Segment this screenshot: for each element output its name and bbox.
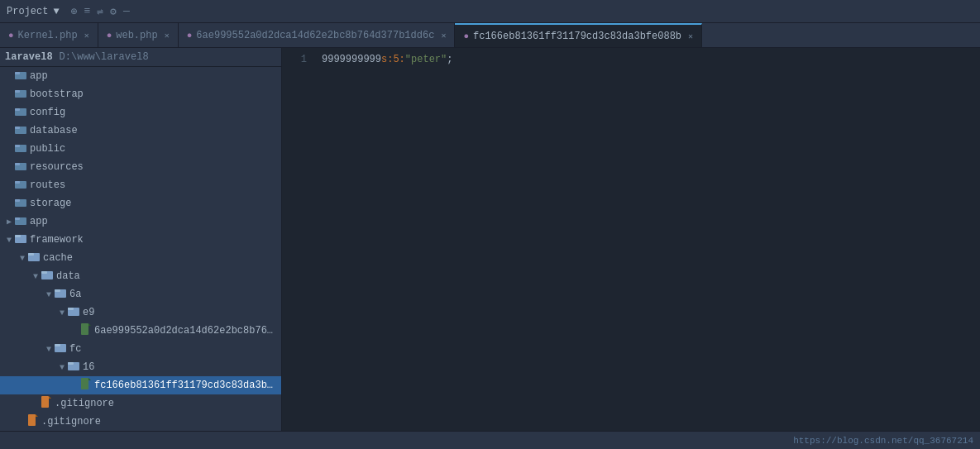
tree-item-cache[interactable]: ▼cache bbox=[0, 249, 281, 267]
tree-label-git1: .gitignore bbox=[55, 398, 114, 409]
editor: 1 9999999999s:5:"peter"; bbox=[282, 48, 980, 431]
tree-item-e9[interactable]: ▼e9 bbox=[0, 303, 281, 322]
tab-kernel-close[interactable]: ✕ bbox=[84, 31, 89, 41]
folder-icon-e9 bbox=[68, 305, 79, 320]
settings-icon[interactable]: ⚙ bbox=[110, 5, 117, 18]
folder-icon-storage bbox=[15, 196, 26, 211]
folder-icon-resources bbox=[15, 160, 26, 174]
tab-web-close[interactable]: ✕ bbox=[165, 31, 170, 41]
list-icon[interactable]: ≡ bbox=[84, 5, 90, 17]
tree-label-fcfile1: fc166eb81361ff31179cd3c83da3bfe088 bbox=[94, 380, 278, 391]
tab-web-icon: ● bbox=[107, 31, 112, 41]
status-text: https://blog.csdn.net/qq_36767214 bbox=[793, 436, 973, 446]
svg-rect-27 bbox=[68, 308, 74, 310]
tree-label-app1: app bbox=[30, 70, 48, 82]
tree-item-framework[interactable]: ▼framework bbox=[0, 231, 281, 249]
sidebar-root-label: laravel8 bbox=[5, 51, 53, 63]
svg-rect-25 bbox=[55, 289, 60, 292]
svg-rect-17 bbox=[15, 217, 20, 220]
tree-item-fc[interactable]: ▼fc bbox=[0, 340, 281, 358]
tab-cache-file[interactable]: ● 6ae999552a0d2dca14d62e2bc8b764d377b1dd… bbox=[179, 23, 456, 47]
tree-item-cachefile1[interactable]: 6ae999552a0d2dca14d62e2bc8b764d3 bbox=[0, 322, 281, 340]
tree-arrow-fc: ▼ bbox=[43, 345, 55, 354]
tree-label-cachefile1: 6ae999552a0d2dca14d62e2bc8b764d3 bbox=[94, 325, 278, 337]
minimize-icon[interactable]: — bbox=[123, 5, 130, 17]
tree-item-16[interactable]: ▼16 bbox=[0, 358, 281, 376]
svg-rect-21 bbox=[28, 253, 34, 256]
tab-kernel-icon: ● bbox=[8, 31, 14, 41]
tree-item-routes[interactable]: routes bbox=[0, 176, 281, 194]
svg-rect-15 bbox=[15, 199, 20, 202]
tab-kernel[interactable]: ● Kernel.php ✕ bbox=[0, 23, 98, 47]
code-key: s:5: bbox=[381, 51, 405, 68]
tree-item-storage[interactable]: storage bbox=[0, 194, 281, 213]
tree-item-data[interactable]: ▼data bbox=[0, 267, 281, 285]
code-semicolon: ; bbox=[447, 51, 452, 68]
svg-rect-31 bbox=[55, 344, 60, 346]
tree-item-git2[interactable]: .gitignore bbox=[0, 413, 281, 431]
code-string: "peter" bbox=[405, 51, 447, 68]
tree-arrow-data: ▼ bbox=[30, 272, 41, 281]
folder-icon-app1 bbox=[15, 69, 26, 84]
tree-label-data: data bbox=[56, 270, 80, 282]
svg-rect-36 bbox=[41, 396, 49, 408]
file-icon-fcfile1 bbox=[81, 378, 91, 393]
tab-cache-file-label: 6ae999552a0d2dca14d62e2bc8b764d377b1dd6c bbox=[196, 30, 434, 41]
sidebar-header: laravel8 D:\www\laravel8 bbox=[0, 48, 281, 67]
tab-fc-file-label: fc166eb81361ff31179cd3c83da3bfe088b bbox=[473, 31, 681, 42]
add-icon[interactable]: ⊕ bbox=[71, 5, 78, 18]
line-numbers: 1 bbox=[282, 51, 315, 431]
tree-label-cache: cache bbox=[43, 252, 73, 264]
tree-label-16: 16 bbox=[83, 361, 94, 373]
tab-fc-file-close[interactable]: ✕ bbox=[688, 31, 693, 41]
tree-item-resources[interactable]: resources bbox=[0, 158, 281, 176]
tree-item-git1[interactable]: .gitignore bbox=[0, 394, 281, 413]
tree-label-bootstrap: bootstrap bbox=[30, 88, 84, 100]
tree-item-fcfile1[interactable]: fc166eb81361ff31179cd3c83da3bfe088 bbox=[0, 376, 281, 394]
tree-label-resources: resources bbox=[30, 161, 84, 173]
svg-rect-19 bbox=[15, 235, 21, 237]
folder-icon-6a bbox=[55, 287, 66, 302]
tab-cache-file-close[interactable]: ✕ bbox=[441, 31, 446, 41]
tab-web[interactable]: ● web.php ✕ bbox=[98, 23, 179, 47]
svg-rect-23 bbox=[41, 271, 47, 274]
tree-label-6a: 6a bbox=[69, 289, 81, 300]
svg-rect-28 bbox=[81, 323, 88, 335]
folder-icon-data bbox=[41, 269, 53, 284]
editor-code-area: 9999999999s:5:"peter"; bbox=[315, 51, 980, 431]
tab-bar: ● Kernel.php ✕ ● web.php ✕ ● 6ae999552a0… bbox=[0, 23, 980, 48]
project-dropdown-arrow[interactable]: ▼ bbox=[53, 6, 59, 17]
tree-item-public[interactable]: public bbox=[0, 140, 281, 158]
tree-item-config[interactable]: config bbox=[0, 103, 281, 122]
svg-rect-13 bbox=[15, 181, 20, 184]
title-bar: Project ▼ ⊕ ≡ ⇌ ⚙ — bbox=[0, 0, 980, 23]
tree-arrow-6a: ▼ bbox=[43, 290, 55, 299]
svg-rect-5 bbox=[15, 108, 20, 111]
tree-label-storage: storage bbox=[30, 198, 71, 209]
tree-item-app2[interactable]: ▶app bbox=[0, 213, 281, 231]
tab-web-label: web.php bbox=[116, 30, 157, 41]
tree-label-git2: .gitignore bbox=[41, 416, 101, 428]
tree-label-app2: app bbox=[30, 216, 48, 227]
tree-item-database[interactable]: database bbox=[0, 122, 281, 140]
folder-icon-bootstrap bbox=[15, 87, 26, 102]
project-label[interactable]: Project bbox=[7, 6, 48, 17]
file-icon-cachefile1 bbox=[81, 323, 91, 338]
tab-cache-file-icon: ● bbox=[187, 31, 193, 41]
sync-icon[interactable]: ⇌ bbox=[97, 5, 103, 18]
svg-marker-37 bbox=[49, 396, 51, 399]
folder-icon-routes bbox=[15, 178, 26, 193]
svg-rect-7 bbox=[15, 127, 20, 129]
tree-label-framework: framework bbox=[30, 234, 84, 246]
tree-item-app1[interactable]: app bbox=[0, 67, 281, 85]
tree-label-config: config bbox=[30, 107, 65, 118]
tree-item-6a[interactable]: ▼6a bbox=[0, 285, 281, 303]
tree-label-database: database bbox=[30, 125, 78, 136]
tab-fc-file[interactable]: ● fc166eb81361ff31179cd3c83da3bfe088b ✕ bbox=[455, 23, 702, 47]
svg-rect-9 bbox=[15, 145, 20, 147]
svg-rect-11 bbox=[15, 163, 20, 165]
tree-item-bootstrap[interactable]: bootstrap bbox=[0, 85, 281, 103]
folder-icon-16 bbox=[68, 360, 79, 375]
tree-arrow-cache: ▼ bbox=[17, 254, 28, 263]
svg-marker-29 bbox=[88, 323, 91, 326]
